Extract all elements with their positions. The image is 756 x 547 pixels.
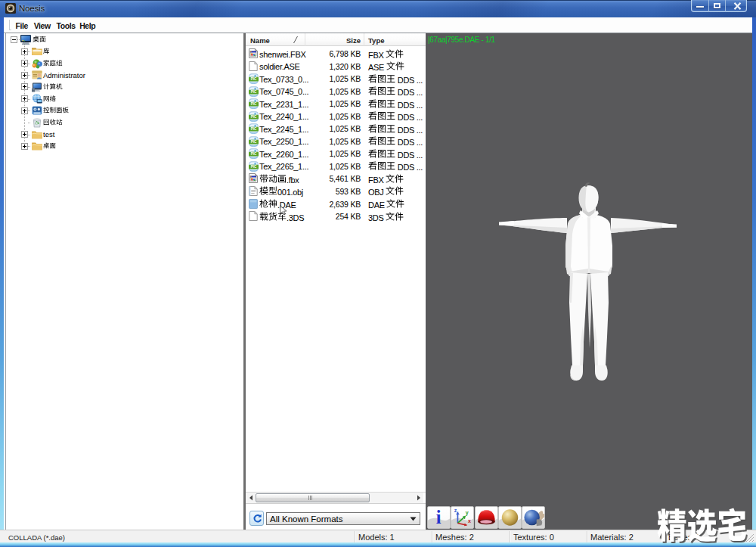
svg-text:PIC: PIC (251, 77, 257, 81)
svg-text:PIC: PIC (251, 115, 257, 119)
svg-text:PIC: PIC (251, 140, 257, 144)
svg-text:x: x (468, 518, 471, 524)
svg-text:y: y (466, 510, 469, 516)
svg-text:PIC: PIC (251, 90, 257, 94)
svg-text:PIC: PIC (251, 153, 257, 157)
svg-text:PIC: PIC (251, 102, 257, 106)
svg-text:z: z (454, 508, 457, 513)
svg-text:PIC: PIC (251, 127, 257, 131)
svg-text:i: i (436, 507, 442, 527)
svg-text:PIC: PIC (251, 165, 257, 169)
